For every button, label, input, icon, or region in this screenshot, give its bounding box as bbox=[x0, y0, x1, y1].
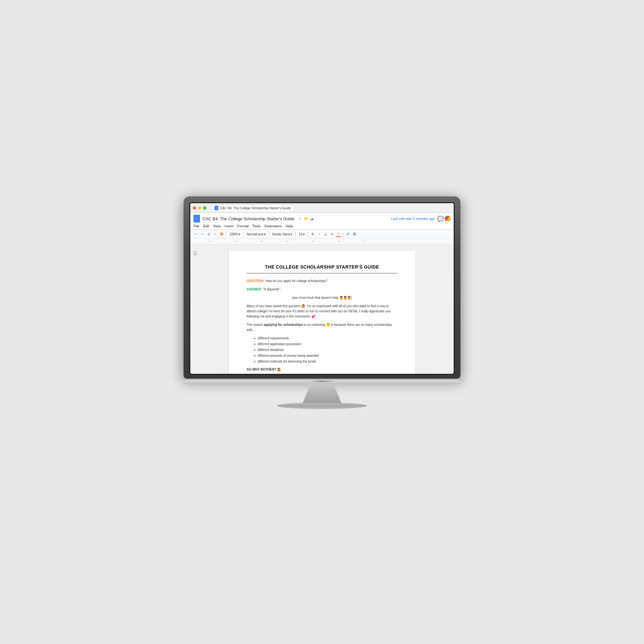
paint-format-button[interactable]: 🎨 bbox=[219, 231, 224, 237]
image-button[interactable]: 🖼 bbox=[351, 231, 357, 237]
style-dropdown[interactable]: Normal text ▾ bbox=[245, 232, 267, 237]
undo-button[interactable]: ↩ bbox=[193, 231, 199, 237]
monitor-body: D CAC B4: The College Scholarship Starte… bbox=[184, 196, 460, 379]
comments-icon[interactable]: 💬 bbox=[438, 216, 443, 222]
arrow-icon-1: ➜ bbox=[253, 336, 256, 341]
bold-button[interactable]: B bbox=[310, 231, 316, 237]
browser-tab[interactable]: D CAC B4: The College Scholarship Starte… bbox=[211, 204, 294, 211]
title-icons: ☆ 📁 ☁ bbox=[298, 216, 314, 221]
print-button[interactable]: 🖨 bbox=[206, 231, 212, 237]
strikethrough-button[interactable]: S bbox=[329, 231, 335, 237]
menu-tools[interactable]: Tools bbox=[252, 224, 261, 228]
monitor-stand-base bbox=[277, 403, 367, 409]
question-label: QUESTION: bbox=[247, 279, 265, 283]
menu-view[interactable]: View bbox=[213, 224, 221, 228]
maximize-dot[interactable] bbox=[203, 206, 206, 210]
arrow-icon-5: ➜ bbox=[253, 359, 256, 364]
toolbar-sep-4 bbox=[295, 232, 296, 236]
monitor-stand-neck bbox=[303, 384, 341, 403]
minimize-dot[interactable] bbox=[198, 206, 201, 210]
toolbar-sep-5 bbox=[308, 232, 308, 236]
aw-text: (aw c'mon bruh that doesn't help 🤦🤦🤦) bbox=[247, 295, 397, 300]
menu-file[interactable]: File bbox=[194, 224, 199, 228]
tab-title: CAC B4: The College Scholarship Starter'… bbox=[220, 206, 291, 210]
sidebar-left: ☰ bbox=[190, 244, 200, 374]
menu-help[interactable]: Help bbox=[286, 224, 293, 228]
arrow-icon-3: ➜ bbox=[253, 347, 256, 352]
redo-button[interactable]: ↪ bbox=[199, 231, 205, 237]
toolbar-sep-6 bbox=[343, 232, 343, 236]
last-edit-text: Last edit was 5 minutes ago bbox=[391, 217, 435, 221]
close-dot[interactable] bbox=[193, 206, 196, 210]
menu-extensions[interactable]: Extensions bbox=[264, 224, 282, 228]
gdocs-menu-bar: File Edit View Insert Format Tools Exten… bbox=[190, 223, 454, 229]
menu-insert[interactable]: Insert bbox=[224, 224, 233, 228]
gdocs-toolbar: ↩ ↪ 🖨 ✓ 🎨 100% ▾ Normal text ▾ bbox=[190, 230, 454, 239]
cloud-icon[interactable]: ☁ bbox=[310, 216, 314, 221]
bullet-item-5: ➜different methods for delivering the fu… bbox=[253, 359, 397, 364]
link-button[interactable]: 🔗 bbox=[345, 231, 351, 237]
answer-text: "It depends". bbox=[262, 288, 281, 291]
underline-button[interactable]: U bbox=[323, 231, 328, 237]
arrow-icon-4: ➜ bbox=[253, 353, 256, 358]
toolbar-sep-2 bbox=[243, 232, 244, 236]
zoom-dropdown[interactable]: 100% ▾ bbox=[228, 232, 242, 237]
body-paragraph-1: Many of you have asked this question 🙋. … bbox=[247, 304, 397, 319]
ruler: 1 2 3 4 5 6 7 bbox=[190, 239, 454, 244]
question-line: QUESTION: How do you apply for college s… bbox=[247, 279, 397, 284]
bullet-item-4: ➜different amounts of money being awarde… bbox=[253, 353, 397, 358]
toolbar-sep-3 bbox=[269, 232, 269, 236]
bullet-item-2: ➜different application processes bbox=[253, 342, 397, 346]
italic-button[interactable]: I bbox=[316, 231, 322, 237]
screen-bezel: D CAC B4: The College Scholarship Starte… bbox=[189, 202, 455, 375]
body2-bold: applying for scholarships bbox=[264, 323, 303, 327]
bullets-list: ➜different requirements ➜different appli… bbox=[253, 336, 397, 364]
monitor-scene: D CAC B4: The College Scholarship Starte… bbox=[177, 196, 467, 448]
answer-label: ANSWER: bbox=[247, 288, 262, 291]
monitor-screen: D CAC B4: The College Scholarship Starte… bbox=[190, 203, 454, 374]
font-dropdown[interactable]: Nunito Sans ▾ bbox=[271, 232, 294, 237]
spellcheck-button[interactable]: ✓ bbox=[212, 231, 218, 237]
arrow-icon-2: ➜ bbox=[253, 342, 256, 346]
folder-icon[interactable]: 📁 bbox=[304, 216, 308, 221]
toolbar-sep-1 bbox=[226, 232, 226, 236]
title-divider bbox=[247, 273, 397, 273]
sidebar-outline-icon: ☰ bbox=[193, 251, 197, 256]
menu-format[interactable]: Format bbox=[237, 224, 249, 228]
document-page[interactable]: THE COLLEGE SCHOLARSHIP STARTER'S GUIDE … bbox=[229, 251, 415, 374]
docs-tab-icon: D bbox=[214, 206, 218, 210]
browser-titlebar: D CAC B4: The College Scholarship Starte… bbox=[190, 203, 454, 213]
corner-icons: 💬 bbox=[438, 216, 450, 222]
body2-start: The reason bbox=[247, 323, 264, 327]
bullet-item-1: ➜different requirements bbox=[253, 336, 397, 341]
document-area: ☰ THE COLLEGE SCHOLARSHIP STARTER'S GUID… bbox=[190, 244, 454, 374]
star-icon[interactable]: ☆ bbox=[298, 216, 302, 221]
gdocs-header: ≡ CAC B4: The College Scholarship Starte… bbox=[190, 213, 454, 230]
document-title: THE COLLEGE SCHOLARSHIP STARTER'S GUIDE bbox=[247, 264, 397, 270]
gdocs-document-title: CAC B4: The College Scholarship Starter'… bbox=[203, 216, 295, 221]
gdocs-logo-icon: ≡ bbox=[194, 215, 200, 223]
google-account-icon[interactable] bbox=[445, 216, 450, 222]
body-paragraph-2: The reason applying for scholarships is … bbox=[247, 322, 397, 333]
menu-edit[interactable]: Edit bbox=[203, 224, 209, 228]
monitor-vent bbox=[309, 381, 335, 382]
monitor-chin bbox=[184, 379, 460, 384]
gdocs-titlebar: ≡ CAC B4: The College Scholarship Starte… bbox=[190, 213, 454, 223]
bullet-item-3: ➜different deadlines bbox=[253, 347, 397, 352]
so-why-text: SO WHY BOTHER? 🤷 bbox=[247, 367, 397, 372]
answer-line: ANSWER: "It depends". bbox=[247, 287, 397, 292]
question-text: How do you apply for college scholarship… bbox=[265, 279, 327, 283]
text-color-button[interactable]: A bbox=[336, 231, 341, 237]
fontsize-dropdown[interactable]: 12 ▾ bbox=[297, 232, 306, 237]
